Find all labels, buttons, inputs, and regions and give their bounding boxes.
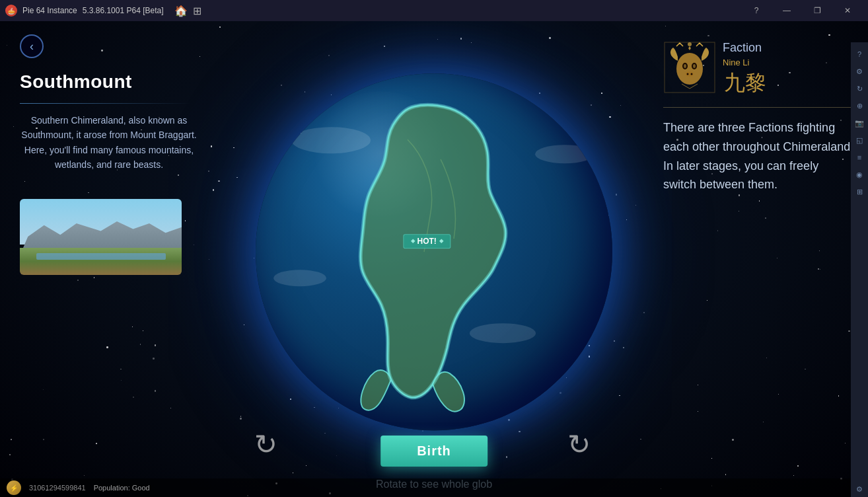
title-bar: 🥧 Pie 64 Instance 5.3.86.1001 P64 [Beta]… — [0, 0, 868, 21]
help-button[interactable]: ? — [741, 0, 772, 21]
star — [765, 217, 766, 218]
faction-decoration-svg: 九黎 — [723, 70, 776, 94]
faction-header: Faction Nine Li 九黎 — [663, 41, 855, 94]
faction-divider — [663, 107, 855, 108]
location-description: Southern Chimeraland, also known as Sout… — [20, 113, 198, 172]
birth-button[interactable]: Birth — [380, 436, 488, 467]
home-icon[interactable]: 🏠 — [174, 5, 188, 17]
star — [643, 312, 645, 313]
sidebar-config-icon[interactable]: ⚙ — [853, 482, 866, 496]
location-name: Southmount — [20, 71, 218, 93]
star — [640, 439, 641, 440]
grid-icon[interactable]: ⊞ — [193, 5, 201, 17]
status-icon: ⚡ — [7, 480, 21, 495]
star — [739, 194, 740, 196]
close-button[interactable]: ✕ — [832, 0, 863, 21]
star — [616, 194, 617, 195]
sidebar-settings-icon[interactable]: ⚙ — [853, 65, 866, 78]
globe — [256, 73, 612, 430]
star — [777, 258, 778, 258]
star — [549, 37, 551, 39]
back-button[interactable]: ‹ — [20, 34, 44, 58]
star — [324, 433, 326, 434]
star — [739, 211, 739, 211]
continent-fill — [361, 105, 506, 398]
svg-point-8 — [687, 73, 689, 75]
star — [845, 443, 846, 444]
sidebar-menu-icon[interactable]: ≡ — [853, 151, 866, 164]
star — [717, 230, 718, 231]
star — [626, 219, 627, 220]
star — [759, 200, 760, 201]
star — [233, 147, 235, 149]
star — [422, 430, 423, 432]
star — [665, 26, 666, 26]
star — [506, 456, 507, 457]
star — [838, 395, 840, 397]
arrow-left[interactable]: ↺ — [254, 428, 277, 461]
faction-emblem-svg — [663, 41, 716, 94]
star — [236, 177, 238, 178]
star — [614, 340, 615, 342]
star — [797, 465, 799, 467]
faction-panel: Faction Nine Li 九黎 There are three Facti… — [663, 41, 855, 194]
sidebar-camera-icon[interactable]: 📷 — [853, 116, 866, 130]
star — [707, 300, 707, 301]
star — [619, 395, 620, 396]
star — [328, 55, 329, 56]
app-icon: 🥧 — [5, 5, 17, 17]
arrow-right[interactable]: ↻ — [567, 428, 591, 461]
star — [244, 325, 244, 325]
title-bar-left: 🥧 Pie 64 Instance 5.3.86.1001 P64 [Beta]… — [5, 5, 201, 17]
svg-text:九黎: 九黎 — [724, 71, 766, 94]
sidebar-help-icon[interactable]: ? — [853, 48, 866, 61]
star — [805, 369, 805, 369]
globe-container: HOT! — [256, 73, 612, 430]
sidebar-circle-icon[interactable]: ◉ — [853, 168, 866, 181]
sidebar-rotate-icon[interactable]: ↻ — [853, 82, 866, 95]
svg-point-5 — [684, 64, 686, 68]
minimize-button[interactable]: — — [772, 0, 802, 21]
back-icon: ‹ — [30, 40, 34, 54]
star — [635, 205, 636, 206]
main-area: ‹ Southmount Southern Chimeraland, also … — [0, 21, 868, 497]
status-population: Population: Good — [94, 484, 150, 492]
star — [766, 358, 767, 358]
star — [620, 105, 621, 106]
sidebar-grid-icon[interactable]: ⊞ — [853, 185, 866, 198]
faction-name-en: Nine Li — [723, 57, 749, 67]
mountain-scene — [20, 199, 182, 275]
star — [293, 473, 293, 473]
water — [36, 253, 166, 259]
star — [698, 411, 698, 412]
star — [725, 474, 727, 475]
sidebar-window-icon[interactable]: ◱ — [853, 134, 866, 147]
star — [336, 455, 337, 456]
svg-point-2 — [676, 53, 703, 85]
location-image — [20, 199, 182, 275]
star — [437, 39, 438, 40]
star — [623, 347, 624, 348]
star — [778, 394, 779, 395]
star — [519, 431, 520, 432]
star — [818, 268, 820, 270]
star — [732, 439, 734, 441]
star — [384, 46, 385, 47]
star — [306, 465, 307, 466]
star — [471, 42, 472, 43]
right-sidebar: ? ⚙ ↻ ⊕ 📷 ◱ ≡ ◉ ⊞ ⚙ ← — [851, 42, 868, 497]
sidebar-add-icon[interactable]: ⊕ — [853, 99, 866, 112]
star — [819, 250, 820, 251]
star — [828, 34, 830, 36]
divider — [20, 103, 192, 104]
star — [460, 38, 462, 40]
hot-badge: HOT! — [404, 234, 451, 249]
star — [793, 475, 794, 476]
star — [707, 35, 709, 37]
restore-button[interactable]: ❐ — [802, 0, 832, 21]
svg-point-9 — [691, 73, 693, 75]
app-version: 5.3.86.1001 P64 [Beta] — [83, 6, 164, 15]
faction-name-block: Nine Li — [723, 57, 776, 67]
ground — [20, 248, 182, 274]
faction-description: There are three Factions fighting each o… — [663, 118, 855, 194]
